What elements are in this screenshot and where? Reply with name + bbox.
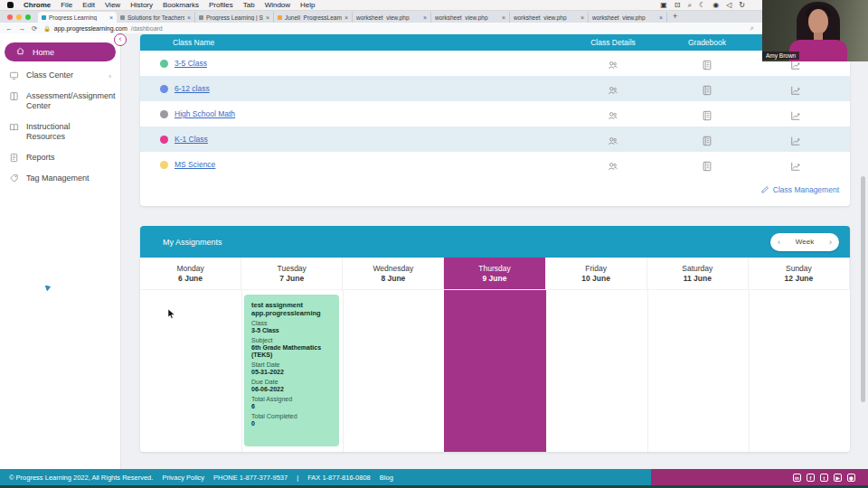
class-link[interactable]: 3-5 Class [175, 59, 207, 68]
sidebar-item-class-center[interactable]: Class Center › [0, 65, 120, 86]
my-assignments-card: My Assignments ‹ Week › Monday 6 June Tu… [140, 226, 850, 452]
day-thursday-selected[interactable]: Thursday 9 June [444, 258, 545, 289]
week-selector[interactable]: ‹ Week › [770, 233, 839, 251]
url-field[interactable]: 🔒 app.progresslearning.com/dashboard [43, 25, 162, 32]
moon-icon[interactable]: ☾ [699, 1, 705, 10]
tab-close-icon[interactable]: × [266, 14, 269, 21]
sidebar-item-tag-management[interactable]: Tag Management [0, 168, 120, 189]
sidebar-collapse-button[interactable]: ‹ [114, 33, 127, 46]
progress-chart-icon[interactable] [790, 108, 801, 119]
class-link[interactable]: High School Math [175, 109, 235, 118]
sidebar-item-home[interactable]: Home [5, 42, 116, 61]
class-details-icon[interactable] [608, 159, 618, 170]
apple-icon[interactable] [7, 2, 14, 8]
menu-chrome[interactable]: Chrome [24, 1, 51, 9]
class-link[interactable]: 6-12 class [175, 84, 210, 93]
menu-tab[interactable]: Tab [243, 1, 255, 9]
tab-close-icon[interactable]: × [659, 14, 663, 21]
volume-icon[interactable]: ◁ [726, 1, 731, 10]
display-icon[interactable]: ⊡ [675, 1, 681, 10]
youtube-icon[interactable]: ▶ [834, 474, 842, 482]
class-details-icon[interactable] [608, 83, 618, 94]
screen: Chrome File Edit View History Bookmarks … [0, 0, 868, 488]
menu-file[interactable]: File [61, 1, 72, 9]
progress-chart-icon[interactable] [790, 83, 801, 94]
tab-close-icon[interactable]: × [580, 14, 584, 21]
day-wednesday[interactable]: Wednesday 8 June [343, 258, 444, 289]
gradebook-icon[interactable] [702, 159, 712, 170]
progress-chart-icon[interactable] [790, 159, 801, 170]
progress-chart-icon[interactable] [790, 134, 801, 145]
search-icon[interactable]: ⌕ [688, 1, 692, 10]
assignment-card[interactable]: test assignment app.progresslearning Cla… [244, 295, 339, 446]
day-monday[interactable]: Monday 6 June [140, 258, 241, 289]
class-details-icon[interactable] [608, 108, 618, 119]
maximize-window-button[interactable] [25, 14, 31, 20]
class-management-link[interactable]: Class Management [760, 185, 839, 194]
tab-label: worksheet_view.php [514, 14, 578, 21]
class-link[interactable]: MS Science [175, 160, 215, 169]
class-row-high-school-math: High School Math [140, 101, 850, 127]
control-center-icon[interactable]: ◉ [712, 1, 719, 10]
sidebar-item-assessment-assignment-center[interactable]: Assessment/Assignment Center [0, 86, 120, 117]
class-details-icon[interactable] [608, 58, 618, 69]
tab-worksheet-view-4[interactable]: worksheet_view.php × [589, 12, 667, 23]
lock-icon: 🔒 [43, 25, 51, 32]
tab-progress-learning[interactable]: Progress Learning × [38, 12, 117, 23]
app-icon[interactable]: ▣ [660, 1, 667, 10]
class-link[interactable]: K-1 Class [175, 135, 208, 144]
blog-link[interactable]: Blog [380, 474, 393, 482]
col-class-details: Class Details [590, 38, 636, 47]
tab-worksheet-view-3[interactable]: worksheet_view.php × [510, 12, 589, 23]
privacy-policy-link[interactable]: Privacy Policy [162, 474, 204, 482]
menu-bookmarks[interactable]: Bookmarks [163, 1, 199, 9]
week-day-header: Monday 6 June Tuesday 7 June Wednesday 8… [140, 258, 850, 289]
fax-text: FAX 1-877-816-0808 [307, 474, 371, 482]
tab-progress-learning-standards[interactable]: Progress Learning | Standard × [195, 12, 274, 23]
next-week-icon[interactable]: › [829, 238, 832, 247]
vertical-scrollbar[interactable] [861, 176, 865, 402]
tab-close-icon[interactable]: × [109, 14, 113, 21]
menu-view[interactable]: View [105, 1, 120, 9]
back-icon[interactable]: ← [5, 24, 13, 33]
prev-week-icon[interactable]: ‹ [778, 238, 780, 247]
day-friday[interactable]: Friday 10 June [546, 258, 647, 289]
tab-worksheet-view-1[interactable]: worksheet_view.php × [353, 12, 431, 23]
menu-history[interactable]: History [130, 1, 153, 9]
menu-window[interactable]: Window [265, 1, 290, 9]
tab-worksheet-view-2[interactable]: worksheet_view.php × [431, 12, 510, 23]
forward-icon[interactable]: → [19, 24, 26, 33]
close-window-button[interactable] [7, 14, 13, 20]
tab-junell-worksheet[interactable]: Junell_ProgressLearningWor × [274, 12, 353, 23]
facebook-icon[interactable]: f [807, 474, 815, 482]
sidebar-item-instructional-resources[interactable]: Instructional Resources [0, 117, 120, 147]
tab-close-icon[interactable]: × [423, 14, 427, 21]
menubar-status-icons[interactable]: ▣ ⊡ ⌕ ☾ ◉ ◁ ↻ [660, 1, 745, 10]
twitter-icon[interactable]: t [820, 474, 828, 482]
col-gradebook: Gradebook [688, 38, 726, 47]
tab-close-icon[interactable]: × [502, 14, 505, 21]
day-tuesday[interactable]: Tuesday 7 June [241, 258, 343, 289]
gradebook-icon[interactable] [702, 108, 712, 119]
new-tab-button[interactable]: + [667, 12, 683, 23]
gradebook-icon[interactable] [702, 134, 712, 145]
day-saturday[interactable]: Saturday 11 June [647, 258, 749, 289]
menu-profiles[interactable]: Profiles [209, 1, 233, 9]
reload-icon[interactable]: ⟳ [32, 24, 37, 33]
tab-close-icon[interactable]: × [344, 14, 348, 21]
class-details-icon[interactable] [608, 134, 618, 145]
menu-help[interactable]: Help [300, 1, 315, 9]
search-tabs-icon[interactable]: ⌕ [750, 24, 754, 32]
menu-edit[interactable]: Edit [82, 1, 95, 9]
instagram-icon[interactable]: ◉ [847, 474, 855, 482]
day-sunday[interactable]: Sunday 12 June [749, 258, 850, 289]
gradebook-icon[interactable] [702, 83, 712, 94]
linkedin-icon[interactable]: in [793, 474, 801, 482]
refresh-icon[interactable]: ↻ [739, 1, 745, 10]
sidebar-item-reports[interactable]: Reports [0, 147, 120, 168]
tab-close-icon[interactable]: × [187, 14, 191, 21]
tab-solutions-for-teachers[interactable]: Solutions for Teachers | Progr × [117, 12, 195, 23]
separator: | [297, 474, 298, 482]
gradebook-icon[interactable] [702, 58, 712, 69]
minimize-window-button[interactable] [16, 14, 22, 20]
